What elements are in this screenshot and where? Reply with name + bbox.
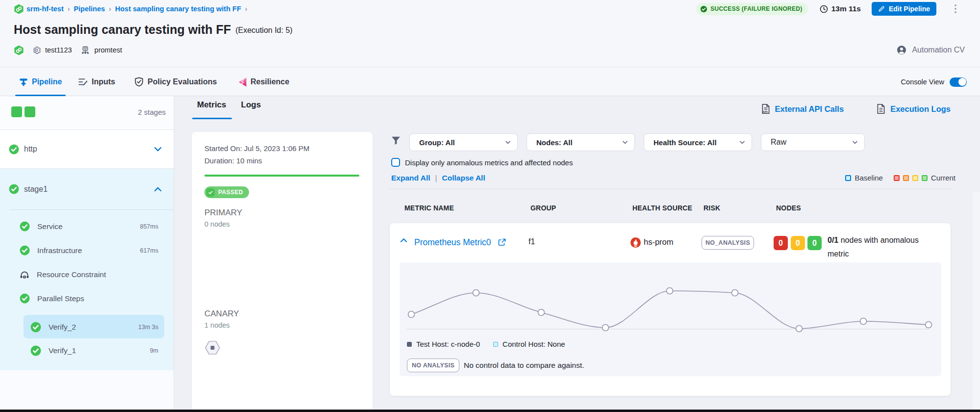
svg-text:API: API	[762, 110, 767, 113]
